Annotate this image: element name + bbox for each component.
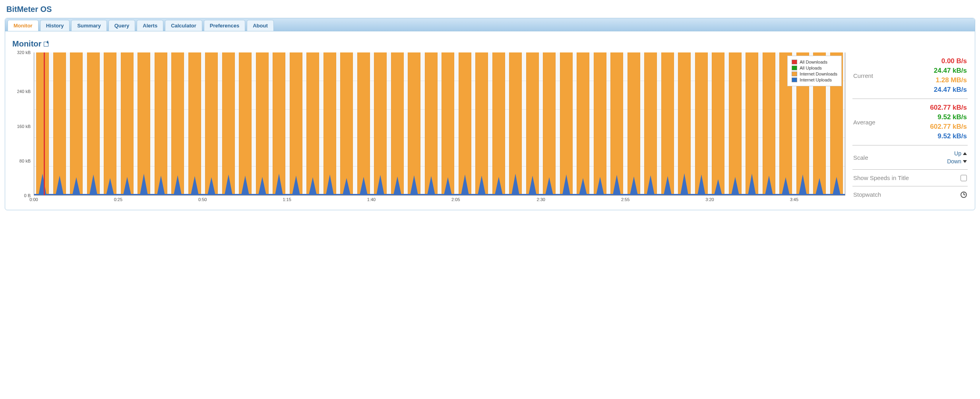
- tab-query[interactable]: Query: [108, 20, 136, 31]
- x-tick: 0:50: [198, 197, 207, 202]
- internet-download-bar: [155, 52, 167, 195]
- tab-preferences[interactable]: Preferences: [204, 20, 245, 31]
- internet-upload-peak: [613, 175, 621, 195]
- bar-slot: [473, 52, 490, 195]
- internet-download-bar: [121, 52, 134, 195]
- internet-upload-peak: [714, 179, 722, 195]
- internet-upload-peak: [697, 174, 705, 195]
- tab-calculator[interactable]: Calculator: [165, 20, 202, 31]
- internet-upload-peak: [461, 174, 469, 195]
- bar-slot: [575, 52, 591, 195]
- internet-upload-peak: [106, 178, 114, 195]
- internet-download-bar: [408, 52, 420, 195]
- bar-slot: [761, 52, 777, 195]
- scale-up-label: Up: [954, 150, 961, 157]
- internet-upload-peak: [562, 174, 570, 195]
- legend-item: Internet Uploads: [792, 77, 837, 82]
- average-all-uploads: 9.52 kB/s: [937, 113, 967, 121]
- internet-upload-peak: [292, 176, 300, 195]
- internet-upload-peak: [731, 177, 739, 195]
- y-tick: 320 kB: [17, 50, 31, 55]
- current-all-uploads: 24.47 kB/s: [934, 67, 967, 75]
- current-internet-uploads: 24.47 kB/s: [934, 86, 967, 94]
- current-label: Current: [853, 72, 889, 79]
- internet-upload-peak: [326, 174, 334, 195]
- internet-download-bar: [256, 52, 269, 195]
- legend-swatch: [792, 72, 797, 76]
- internet-upload-peak: [545, 177, 553, 195]
- internet-upload-peak: [376, 175, 384, 195]
- legend-item: All Uploads: [792, 66, 837, 70]
- bar-slot: [592, 52, 608, 195]
- internet-upload-peak: [225, 174, 232, 195]
- scale-up-button[interactable]: Up: [954, 150, 967, 157]
- x-tick: 2:55: [621, 197, 629, 202]
- bar-slot: [558, 52, 575, 195]
- bar-slot: [271, 52, 287, 195]
- internet-upload-peak: [833, 177, 841, 195]
- internet-upload-peak: [782, 177, 790, 195]
- x-tick: 2:30: [537, 197, 545, 202]
- internet-upload-peak: [748, 174, 756, 195]
- internet-download-bar: [239, 52, 252, 195]
- chart-y-axis: 320 kB240 kB160 kB80 kB0 B: [12, 52, 33, 196]
- internet-upload-peak: [309, 177, 317, 195]
- internet-upload-peak: [765, 176, 773, 195]
- internet-download-bar: [763, 52, 775, 195]
- triangle-up-icon: [963, 152, 967, 155]
- internet-download-bar: [543, 52, 556, 195]
- internet-upload-peak: [123, 177, 131, 195]
- bar-slot: [389, 52, 406, 195]
- internet-download-bar: [492, 52, 505, 195]
- tab-alerts[interactable]: Alerts: [137, 20, 163, 31]
- clock-icon[interactable]: [961, 192, 967, 198]
- bar-slot: [254, 52, 271, 195]
- current-internet-downloads: 1.28 MB/s: [936, 76, 967, 84]
- internet-download-bar: [594, 52, 606, 195]
- bar-slot: [457, 52, 473, 195]
- internet-download-bar: [526, 52, 539, 195]
- x-tick: 0:00: [29, 197, 38, 202]
- internet-upload-peak: [664, 176, 672, 195]
- bar-slot: [237, 52, 254, 195]
- bar-slot: [136, 52, 152, 195]
- internet-download-bar: [459, 52, 471, 195]
- main-panel: MonitorHistorySummaryQueryAlertsCalculat…: [5, 18, 975, 210]
- tab-history[interactable]: History: [40, 20, 70, 31]
- bar-slot: [186, 52, 203, 195]
- bar-slot: [372, 52, 389, 195]
- scale-down-button[interactable]: Down: [947, 158, 967, 165]
- show-speeds-checkbox[interactable]: [961, 175, 967, 181]
- stats-sidebar: Current 0.00 B/s 24.47 kB/s 1.28 MB/s 24…: [852, 52, 968, 203]
- internet-download-bar: [425, 52, 438, 195]
- tab-about[interactable]: About: [247, 20, 274, 31]
- average-all-downloads: 602.77 kB/s: [930, 104, 967, 112]
- x-tick: 1:15: [283, 197, 291, 202]
- legend-label: All Downloads: [800, 60, 827, 64]
- tab-summary[interactable]: Summary: [71, 20, 107, 31]
- internet-download-bar: [374, 52, 387, 195]
- tab-monitor[interactable]: Monitor: [8, 20, 39, 31]
- internet-upload-peak: [343, 178, 351, 195]
- average-label: Average: [853, 119, 889, 126]
- bar-slot: [710, 52, 726, 195]
- internet-download-bar: [87, 52, 100, 195]
- bar-slot: [220, 52, 237, 195]
- internet-upload-peak: [596, 177, 604, 195]
- internet-download-bar: [340, 52, 353, 195]
- show-speeds-label: Show Speeds in Title: [853, 174, 961, 181]
- internet-upload-peak: [511, 174, 519, 195]
- internet-download-bar: [729, 52, 742, 195]
- page-heading: Monitor: [12, 39, 968, 48]
- popout-icon[interactable]: [44, 42, 48, 46]
- bar-slot: [322, 52, 338, 195]
- bar-slot: [304, 52, 321, 195]
- internet-upload-peak: [72, 177, 80, 195]
- bar-slot: [524, 52, 541, 195]
- internet-download-bar: [357, 52, 370, 195]
- internet-upload-peak: [680, 173, 688, 195]
- chart-plot-area: All DownloadsAll UploadsInternet Downloa…: [34, 52, 845, 196]
- internet-download-bar: [53, 52, 66, 195]
- bar-slot: [85, 52, 102, 195]
- internet-download-bar: [205, 52, 218, 195]
